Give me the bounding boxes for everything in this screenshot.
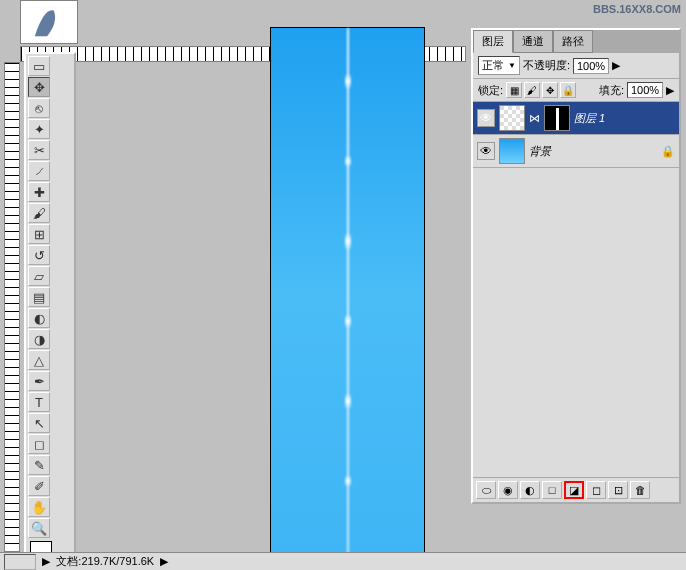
tool-move[interactable]: ✥ [28, 77, 50, 97]
toolbox: ▭✥⎋✦✂⟋✚🖌⊞↺▱▤◐◑△✒T↖◻✎✐✋🔍◻◼▭▬■⤻▦ [24, 52, 76, 570]
layer-name[interactable]: 图层 1 [574, 111, 675, 126]
tool-pen[interactable]: ✒ [28, 371, 50, 391]
watermark: BBS.16XX8.COM [593, 3, 681, 15]
tool-crop[interactable]: ✂ [28, 140, 50, 160]
tool-shape[interactable]: ◻ [28, 434, 50, 454]
status-bar: ▶ 文档:219.7K/791.6K ▶ [0, 552, 686, 570]
tool-wand[interactable]: ✦ [28, 119, 50, 139]
ruler-vertical [4, 62, 20, 552]
canvas-area[interactable] [20, 62, 466, 552]
lock-position-icon[interactable]: ✥ [542, 82, 558, 98]
lock-all-icon[interactable]: 🔒 [560, 82, 576, 98]
tool-zoom[interactable]: 🔍 [28, 518, 50, 538]
lock-pixels-icon[interactable]: 🖌 [524, 82, 540, 98]
link-icon[interactable]: ⋈ [529, 112, 540, 125]
layers-panel: 图层 通道 路径 正常 不透明度: 100% ▶ 锁定: ▦ 🖌 ✥ 🔒 填充:… [471, 28, 681, 504]
tool-marquee[interactable]: ▭ [28, 56, 50, 76]
tool-hand[interactable]: ✋ [28, 497, 50, 517]
fill-input[interactable]: 100% [627, 82, 663, 98]
layers-footer-btn-7[interactable]: 🗑 [630, 481, 650, 499]
layers-footer-btn-1[interactable]: ◉ [498, 481, 518, 499]
panel-tabs: 图层 通道 路径 [473, 30, 679, 53]
tool-brush[interactable]: 🖌 [28, 203, 50, 223]
tool-stamp[interactable]: ⊞ [28, 224, 50, 244]
tool-blur[interactable]: ◐ [28, 308, 50, 328]
status-zoom[interactable] [4, 554, 36, 570]
layers-footer-btn-4[interactable]: ◪ [564, 481, 584, 499]
tool-slice[interactable]: ⟋ [28, 161, 50, 181]
layer-thumb[interactable] [499, 105, 525, 131]
smoke-trail [345, 28, 351, 561]
fill-flyout-icon[interactable]: ▶ [666, 84, 674, 97]
status-arrow-icon[interactable]: ▶ [42, 555, 50, 568]
layers-panel-footer: ⬭◉◐□◪◻⊡🗑 [473, 477, 679, 502]
tab-channels[interactable]: 通道 [513, 30, 553, 53]
tool-gradient[interactable]: ▤ [28, 287, 50, 307]
status-doc-size: 文档:219.7K/791.6K [56, 554, 154, 569]
tab-layers[interactable]: 图层 [473, 30, 513, 53]
visibility-icon[interactable]: 👁 [477, 142, 495, 160]
layer-name[interactable]: 背景 [529, 144, 657, 159]
tool-type[interactable]: T [28, 392, 50, 412]
lock-transparency-icon[interactable]: ▦ [506, 82, 522, 98]
app-logo [20, 0, 78, 44]
layers-footer-btn-3[interactable]: □ [542, 481, 562, 499]
tool-eyedrop[interactable]: ✐ [28, 476, 50, 496]
layers-footer-btn-0[interactable]: ⬭ [476, 481, 496, 499]
layer-row[interactable]: 👁⋈图层 1 [473, 102, 679, 135]
fill-label: 填充: [599, 83, 624, 98]
tool-select[interactable]: ↖ [28, 413, 50, 433]
document[interactable] [270, 27, 425, 562]
opacity-flyout-icon[interactable]: ▶ [612, 59, 620, 72]
tool-heal[interactable]: ✚ [28, 182, 50, 202]
layers-footer-btn-2[interactable]: ◐ [520, 481, 540, 499]
lock-label: 锁定: [478, 83, 503, 98]
status-flyout-icon[interactable]: ▶ [160, 555, 168, 568]
tool-eraser[interactable]: ▱ [28, 266, 50, 286]
layers-footer-btn-5[interactable]: ◻ [586, 481, 606, 499]
layers-footer-btn-6[interactable]: ⊡ [608, 481, 628, 499]
layer-thumb[interactable] [499, 138, 525, 164]
layers-list: 👁⋈图层 1👁背景🔒 [473, 102, 679, 502]
tab-paths[interactable]: 路径 [553, 30, 593, 53]
tool-notes[interactable]: ✎ [28, 455, 50, 475]
lock-icon: 🔒 [661, 145, 675, 158]
opacity-input[interactable]: 100% [573, 58, 609, 74]
visibility-icon[interactable]: 👁 [477, 109, 495, 127]
blend-mode-select[interactable]: 正常 [478, 56, 520, 75]
tool-dodge[interactable]: ◑ [28, 329, 50, 349]
layer-row[interactable]: 👁背景🔒 [473, 135, 679, 168]
layer-mask-thumb[interactable] [544, 105, 570, 131]
opacity-label: 不透明度: [523, 58, 570, 73]
tool-lasso[interactable]: ⎋ [28, 98, 50, 118]
tool-path[interactable]: △ [28, 350, 50, 370]
tool-history[interactable]: ↺ [28, 245, 50, 265]
